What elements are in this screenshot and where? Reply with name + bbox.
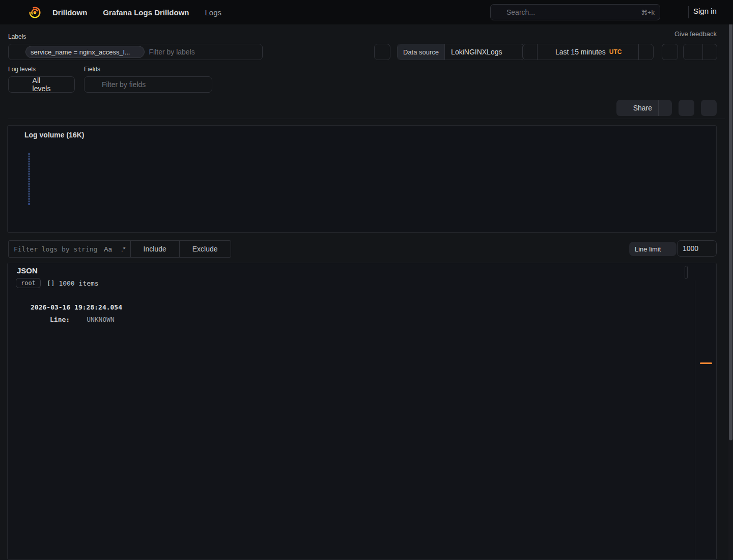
clock-icon [544,48,552,56]
wrap-lines-icon[interactable] [701,351,711,360]
share-icon [623,105,629,111]
folder-open-icon [705,104,713,112]
log-line-row[interactable]: Line: UNKNOWN [19,313,686,325]
sign-in-link[interactable]: Sign in [693,7,717,15]
log-view-switcher [685,266,688,279]
log-timestamp: 2026-03-16 19:28:24.054 [31,303,122,311]
share-button[interactable]: Share [616,100,659,116]
chevrons-left-icon [526,48,534,56]
line-limit-select[interactable]: 1000 [677,240,717,257]
funnel-icon [14,80,29,89]
case-sensitive-toggle[interactable]: Aa [99,241,117,257]
breadcrumb: Drilldown Grafana Logs Drilldown Logs [52,8,221,17]
json-root-chip[interactable]: root [16,278,41,288]
time-selection-region[interactable] [29,153,30,205]
labels-toggle-icon[interactable] [701,394,711,403]
json-toggle-icon[interactable] [701,415,711,424]
time-shift-back-button[interactable] [523,44,537,60]
json-root-row: root [] 1000 items [16,278,99,288]
help-icon[interactable] [671,7,681,17]
log-levels-value: All levels [33,76,51,93]
fields-filter-input[interactable] [102,80,196,89]
page-scrollbar[interactable] [728,0,733,560]
regex-toggle[interactable]: .* [117,241,130,257]
labels-filter[interactable]: service_name = nginx_access_l... [8,44,263,60]
funnel-icon [13,48,21,56]
time-zoom-out-button[interactable] [662,44,678,60]
global-search[interactable]: ⌘+k [490,4,660,20]
chevron-down-icon [704,245,711,252]
json-side-toolbar [695,281,716,559]
log-volume-title: Log volume (16K) [24,131,84,139]
include-button[interactable]: Include [131,241,179,257]
scrollbar-thumb[interactable] [729,2,732,440]
sort-order-icon[interactable] [701,329,711,339]
give-feedback-label: Give feedback [674,30,717,38]
share-icon[interactable] [138,304,145,311]
chevron-down-icon [707,49,713,55]
search-input[interactable] [506,8,637,16]
json-tree: 2026-03-16 19:28:24.054 Line: UNKNOWN [19,301,686,325]
scroll-down-icon[interactable] [701,308,711,317]
top-nav: Drilldown Grafana Logs Drilldown Logs ⌘+… [0,0,733,24]
line-limit-badge: Line limit [629,242,676,256]
chevron-down-icon [662,105,668,111]
breadcrumb-app[interactable]: Grafana Logs Drilldown [103,8,189,17]
save-button[interactable] [679,100,694,116]
give-feedback-link[interactable]: Give feedback [665,30,717,38]
json-log-panel: JSON root [] 1000 items 2026-03-16 19:28… [7,263,717,560]
timezone-badge: UTC [609,48,622,55]
menu-icon[interactable] [8,7,19,18]
log-volume-chart[interactable] [29,153,709,205]
remove-label-icon[interactable] [133,49,139,55]
save-icon [683,104,691,112]
log-levels-dropdown[interactable]: All levels [8,76,75,93]
breadcrumb-drilldown[interactable]: Drilldown [52,8,87,17]
panel-menu-icon[interactable] [703,131,712,140]
log-volume-panel: Log volume (16K) [7,125,717,233]
comment-icon [665,31,671,37]
json-items-summary: [] 1000 items [47,279,99,287]
triangle-down-icon[interactable] [19,303,26,311]
line-limit-value: 1000 [683,244,698,253]
scroll-to-start-icon[interactable] [701,287,711,296]
y-axis-ticks [12,153,26,205]
upload-button[interactable] [374,44,390,60]
share-controls: Share [616,100,717,116]
exclude-button[interactable]: Exclude [180,241,231,257]
log-volume-header[interactable]: Log volume (16K) [14,131,84,139]
label-filter-chip[interactable]: service_name = nginx_access_l... [25,46,145,58]
info-icon[interactable] [664,246,671,253]
data-source-picker[interactable]: Data source LokiNGINXLogs [397,44,524,60]
copy-icon[interactable] [127,304,133,311]
time-range-picker: Last 15 minutes UTC [522,44,654,60]
open-saved-button[interactable] [701,100,717,116]
log-entry-row[interactable]: 2026-03-16 19:28:24.054 [19,301,686,313]
breadcrumb-logs: Logs [205,8,222,17]
clear-labels-icon[interactable] [251,49,258,55]
funnel-icon [90,80,98,89]
labels-filter-input[interactable] [149,48,247,56]
clear-fields-icon[interactable] [200,81,207,88]
json-panel-title: JSON [17,266,38,275]
share-dropdown[interactable] [659,100,672,116]
log-details-icon[interactable] [701,372,711,381]
time-shift-forward-button[interactable] [639,44,653,60]
fields-label: Fields [84,66,100,73]
refresh-interval-dropdown[interactable] [703,44,717,60]
chevron-down-icon [54,81,69,88]
chevron-right-icon [194,9,201,16]
log-volume-bars[interactable] [29,153,709,205]
grafana-logo[interactable] [29,6,41,19]
label-chip-text: service_name = nginx_access_l... [31,48,130,56]
chevron-down-icon [511,49,518,55]
triangle-down-icon[interactable] [32,316,39,323]
collapse-icon[interactable] [14,132,20,138]
search-icon [496,9,502,16]
time-range-button[interactable]: Last 15 minutes UTC [537,44,639,60]
data-source-value[interactable]: LokiNGINXLogs [445,44,524,60]
refresh-button[interactable] [684,44,703,60]
log-string-filter-input[interactable] [9,245,99,253]
panel-menu-icon[interactable] [702,267,711,276]
fields-filter[interactable] [84,76,212,93]
